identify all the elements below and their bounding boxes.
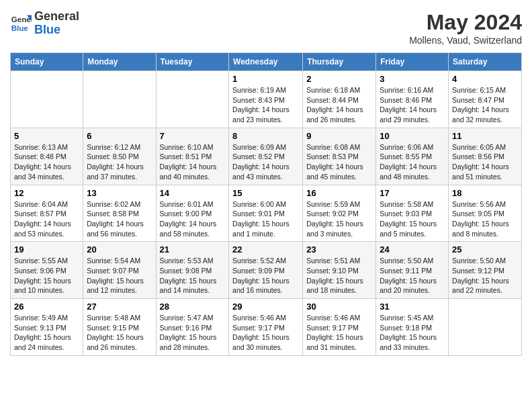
day-number: 26: [14, 302, 79, 312]
day-info: Sunrise: 5:53 AMSunset: 9:08 PMDaylight:…: [160, 256, 226, 295]
table-row: 23 Sunrise: 5:51 AMSunset: 9:10 PMDaylig…: [303, 242, 376, 299]
table-row: [449, 299, 522, 356]
header-saturday: Saturday: [449, 53, 522, 71]
table-row: 10 Sunrise: 6:06 AMSunset: 8:55 PMDaylig…: [376, 128, 449, 185]
day-number: 17: [380, 188, 445, 198]
day-info: Sunrise: 6:05 AMSunset: 8:56 PMDaylight:…: [452, 142, 518, 182]
table-row: 30 Sunrise: 5:46 AMSunset: 9:17 PMDaylig…: [303, 299, 376, 356]
table-row: 20 Sunrise: 5:54 AMSunset: 9:07 PMDaylig…: [83, 242, 156, 299]
day-info: Sunrise: 6:19 AMSunset: 8:43 PMDaylight:…: [232, 85, 299, 125]
day-number: 3: [380, 74, 445, 84]
day-number: 23: [306, 244, 372, 255]
table-row: [83, 71, 156, 128]
day-info: Sunrise: 6:18 AMSunset: 8:44 PMDaylight:…: [306, 85, 372, 125]
day-number: 18: [452, 188, 518, 198]
day-info: Sunrise: 6:09 AMSunset: 8:52 PMDaylight:…: [232, 142, 299, 182]
day-number: 31: [380, 302, 445, 312]
table-row: 5 Sunrise: 6:13 AMSunset: 8:48 PMDayligh…: [11, 128, 83, 185]
month-year: May 2024: [409, 10, 522, 35]
day-info: Sunrise: 5:51 AMSunset: 9:10 PMDaylight:…: [306, 256, 372, 295]
day-info: Sunrise: 5:50 AMSunset: 9:11 PMDaylight:…: [380, 256, 445, 295]
day-info: Sunrise: 5:46 AMSunset: 9:17 PMDaylight:…: [306, 313, 372, 353]
table-row: [156, 71, 229, 128]
day-number: 2: [306, 74, 372, 84]
day-number: 6: [87, 131, 152, 141]
table-row: 7 Sunrise: 6:10 AMSunset: 8:51 PMDayligh…: [156, 128, 229, 185]
day-number: 27: [87, 302, 152, 312]
day-number: 21: [160, 244, 226, 255]
day-info: Sunrise: 5:58 AMSunset: 9:03 PMDaylight:…: [380, 199, 445, 239]
day-info: Sunrise: 6:01 AMSunset: 9:00 PMDaylight:…: [160, 199, 226, 239]
page-header: General Blue General Blue May 2024 Molle…: [10, 10, 522, 46]
day-number: 11: [452, 131, 518, 141]
day-number: 28: [160, 302, 226, 312]
day-info: Sunrise: 5:48 AMSunset: 9:15 PMDaylight:…: [87, 313, 152, 353]
header-tuesday: Tuesday: [156, 53, 229, 71]
day-number: 10: [380, 131, 445, 141]
table-row: 19 Sunrise: 5:55 AMSunset: 9:06 PMDaylig…: [11, 242, 83, 299]
table-row: 15 Sunrise: 6:00 AMSunset: 9:01 PMDaylig…: [229, 185, 303, 242]
day-info: Sunrise: 5:52 AMSunset: 9:09 PMDaylight:…: [232, 256, 299, 295]
day-number: 1: [232, 74, 299, 84]
table-row: 17 Sunrise: 5:58 AMSunset: 9:03 PMDaylig…: [376, 185, 449, 242]
header-wednesday: Wednesday: [229, 53, 303, 71]
day-info: Sunrise: 6:10 AMSunset: 8:51 PMDaylight:…: [160, 142, 226, 182]
logo: General Blue General Blue: [10, 10, 79, 37]
day-info: Sunrise: 6:16 AMSunset: 8:46 PMDaylight:…: [380, 85, 445, 125]
day-info: Sunrise: 6:02 AMSunset: 8:58 PMDaylight:…: [87, 199, 152, 239]
table-row: 2 Sunrise: 6:18 AMSunset: 8:44 PMDayligh…: [303, 71, 376, 128]
header-friday: Friday: [376, 53, 449, 71]
table-row: 14 Sunrise: 6:01 AMSunset: 9:00 PMDaylig…: [156, 185, 229, 242]
day-info: Sunrise: 5:59 AMSunset: 9:02 PMDaylight:…: [306, 199, 372, 239]
table-row: 18 Sunrise: 5:56 AMSunset: 9:05 PMDaylig…: [449, 185, 522, 242]
day-number: 22: [232, 244, 299, 255]
svg-text:Blue: Blue: [11, 24, 29, 32]
day-number: 4: [452, 74, 518, 84]
table-row: 1 Sunrise: 6:19 AMSunset: 8:43 PMDayligh…: [229, 71, 303, 128]
table-row: 9 Sunrise: 6:08 AMSunset: 8:53 PMDayligh…: [303, 128, 376, 185]
calendar-table: Sunday Monday Tuesday Wednesday Thursday…: [10, 52, 522, 356]
day-info: Sunrise: 5:47 AMSunset: 9:16 PMDaylight:…: [160, 313, 226, 353]
day-number: 25: [452, 244, 518, 255]
table-row: 24 Sunrise: 5:50 AMSunset: 9:11 PMDaylig…: [376, 242, 449, 299]
calendar-week-row: 12 Sunrise: 6:04 AMSunset: 8:57 PMDaylig…: [11, 185, 522, 242]
day-number: 30: [306, 302, 372, 312]
day-info: Sunrise: 5:49 AMSunset: 9:13 PMDaylight:…: [14, 313, 79, 353]
table-row: 11 Sunrise: 6:05 AMSunset: 8:56 PMDaylig…: [449, 128, 522, 185]
day-number: 12: [14, 188, 79, 198]
table-row: 13 Sunrise: 6:02 AMSunset: 8:58 PMDaylig…: [83, 185, 156, 242]
calendar-week-row: 26 Sunrise: 5:49 AMSunset: 9:13 PMDaylig…: [11, 299, 522, 356]
day-number: 13: [87, 188, 152, 198]
day-number: 9: [306, 131, 372, 141]
day-info: Sunrise: 5:50 AMSunset: 9:12 PMDaylight:…: [452, 256, 518, 295]
day-info: Sunrise: 6:12 AMSunset: 8:50 PMDaylight:…: [87, 142, 152, 182]
day-info: Sunrise: 5:56 AMSunset: 9:05 PMDaylight:…: [452, 199, 518, 239]
day-number: 16: [306, 188, 372, 198]
calendar-week-row: 19 Sunrise: 5:55 AMSunset: 9:06 PMDaylig…: [11, 242, 522, 299]
table-row: [11, 71, 83, 128]
day-number: 14: [160, 188, 226, 198]
logo-icon: General Blue: [10, 13, 32, 34]
day-info: Sunrise: 5:54 AMSunset: 9:07 PMDaylight:…: [87, 256, 152, 295]
table-row: 27 Sunrise: 5:48 AMSunset: 9:15 PMDaylig…: [83, 299, 156, 356]
table-row: 3 Sunrise: 6:16 AMSunset: 8:46 PMDayligh…: [376, 71, 449, 128]
day-info: Sunrise: 6:08 AMSunset: 8:53 PMDaylight:…: [306, 142, 372, 182]
day-number: 8: [232, 131, 299, 141]
table-row: 8 Sunrise: 6:09 AMSunset: 8:52 PMDayligh…: [229, 128, 303, 185]
table-row: 28 Sunrise: 5:47 AMSunset: 9:16 PMDaylig…: [156, 299, 229, 356]
day-info: Sunrise: 5:46 AMSunset: 9:17 PMDaylight:…: [232, 313, 299, 353]
location: Mollens, Vaud, Switzerland: [409, 35, 522, 46]
table-row: 16 Sunrise: 5:59 AMSunset: 9:02 PMDaylig…: [303, 185, 376, 242]
table-row: 31 Sunrise: 5:45 AMSunset: 9:18 PMDaylig…: [376, 299, 449, 356]
day-info: Sunrise: 6:00 AMSunset: 9:01 PMDaylight:…: [232, 199, 299, 239]
day-number: 20: [87, 244, 152, 255]
day-info: Sunrise: 6:15 AMSunset: 8:47 PMDaylight:…: [452, 85, 518, 125]
table-row: 12 Sunrise: 6:04 AMSunset: 8:57 PMDaylig…: [11, 185, 83, 242]
header-sunday: Sunday: [11, 53, 83, 71]
title-block: May 2024 Mollens, Vaud, Switzerland: [409, 10, 522, 46]
day-info: Sunrise: 5:55 AMSunset: 9:06 PMDaylight:…: [14, 256, 79, 295]
day-info: Sunrise: 6:13 AMSunset: 8:48 PMDaylight:…: [14, 142, 79, 182]
day-number: 7: [160, 131, 226, 141]
calendar-week-row: 1 Sunrise: 6:19 AMSunset: 8:43 PMDayligh…: [11, 71, 522, 128]
calendar-header-row: Sunday Monday Tuesday Wednesday Thursday…: [11, 53, 522, 71]
